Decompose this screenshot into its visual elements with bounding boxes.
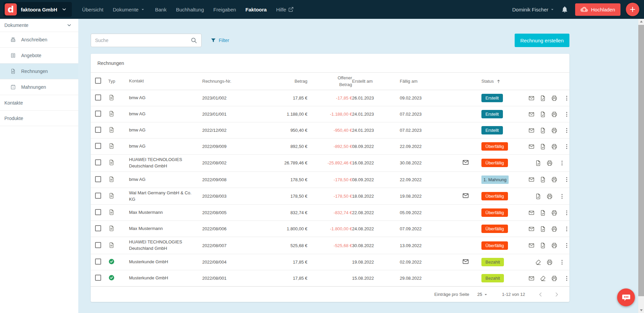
file-check-button[interactable] — [537, 226, 549, 232]
nav-item-hilfe[interactable]: Hilfe — [271, 0, 299, 19]
nav-item-bank[interactable]: Bank — [150, 0, 171, 19]
printer-button[interactable] — [549, 127, 560, 134]
company-selector[interactable]: d faktoora GmbH — [3, 2, 72, 17]
table-row[interactable]: Wal Mart Germany GmbH & Co. KG2022/08/00… — [91, 188, 569, 205]
table-row[interactable]: bmw AG2022/12/002950,40 €-950,40 €24.01.… — [91, 122, 569, 139]
file-check-button[interactable] — [532, 160, 544, 166]
table-row[interactable]: bmw AG2023/01/00217,85 €-17,85 €26.01.20… — [91, 90, 569, 106]
next-page-button[interactable] — [553, 291, 560, 298]
printer-button[interactable] — [544, 193, 555, 200]
column-header-betrag[interactable]: Betrag — [259, 77, 307, 86]
scrollbar-thumb[interactable] — [638, 25, 644, 296]
printer-button[interactable] — [549, 176, 560, 183]
column-header-rechnungs-nr[interactable]: Rechnungs-Nr. — [202, 77, 259, 86]
select-all-checkbox[interactable] — [95, 78, 101, 84]
row-checkbox[interactable] — [95, 275, 101, 281]
upload-button[interactable]: Hochladen — [575, 3, 620, 16]
kebab-menu-button[interactable] — [560, 242, 571, 249]
table-row[interactable]: bmw AG2022/09/008178,50 €-178,50 €08.09.… — [91, 172, 569, 188]
column-header-kontakt[interactable]: Kontakt — [129, 76, 202, 86]
printer-button[interactable] — [544, 160, 555, 166]
table-row[interactable]: Max Mustermann2022/08/0061.800,00 €-1.80… — [91, 221, 569, 237]
scrollbar-down-arrow[interactable] — [638, 308, 644, 313]
file-check-button[interactable] — [537, 111, 549, 118]
search-icon[interactable] — [190, 37, 197, 44]
row-checkbox[interactable] — [95, 176, 101, 182]
sidebar-item-angebote[interactable]: Angebote — [0, 48, 78, 64]
envelope-button[interactable] — [526, 111, 537, 118]
row-checkbox[interactable] — [95, 242, 101, 248]
table-row[interactable]: bmw AG2022/09/009892,50 €-892,50 €08.09.… — [91, 139, 569, 155]
file-check-button[interactable] — [532, 193, 544, 200]
table-row[interactable]: Max Mustermann2022/08/005832,74 €-832,74… — [91, 205, 569, 221]
printer-button[interactable] — [549, 275, 560, 282]
kebab-menu-button[interactable] — [560, 226, 571, 232]
printer-button[interactable] — [549, 209, 560, 216]
column-header-offener-betrag[interactable]: Offener Betrag — [307, 73, 352, 90]
row-checkbox[interactable] — [95, 225, 101, 231]
table-row[interactable]: Musterkunde GmbH2022/08/00117,85 €15.08.… — [91, 270, 569, 286]
kebab-menu-button[interactable] — [555, 259, 566, 266]
row-checkbox[interactable] — [95, 94, 101, 101]
sidebar-item-mahnungen[interactable]: Mahnungen — [0, 79, 78, 95]
column-header-typ[interactable]: Typ — [108, 77, 129, 86]
table-row[interactable]: HUAWEI TECHNOLOGIES Deutschland GmbH2022… — [91, 237, 569, 254]
kebab-menu-button[interactable] — [560, 111, 571, 118]
row-checkbox[interactable] — [95, 143, 101, 149]
envelope-button[interactable] — [526, 226, 537, 232]
printer-button[interactable] — [549, 226, 560, 232]
column-header-erstellt-am[interactable]: Erstellt am — [352, 77, 400, 86]
per-page-select[interactable]: 25 — [477, 292, 488, 297]
sidebar-item-rechnungen[interactable]: Rechnungen — [0, 64, 78, 79]
nav-item-freigaben[interactable]: Freigaben — [209, 0, 241, 19]
sidebar-section-produkte[interactable]: Produkte — [0, 111, 78, 126]
printer-button[interactable] — [549, 111, 560, 118]
printer-button[interactable] — [549, 242, 560, 249]
row-checkbox[interactable] — [95, 111, 101, 117]
table-row[interactable]: bmw AG2023/01/0011.188,00 €-1.188,00 €24… — [91, 106, 569, 122]
kebab-menu-button[interactable] — [560, 275, 571, 282]
kebab-menu-button[interactable] — [555, 160, 566, 166]
eraser-button[interactable] — [532, 259, 544, 266]
nav-item-faktoora[interactable]: Faktoora — [241, 0, 271, 19]
add-button[interactable] — [626, 3, 639, 16]
file-check-button[interactable] — [537, 127, 549, 134]
nav-item-dokumente[interactable]: Dokumente — [108, 0, 151, 19]
envelope-button[interactable] — [526, 176, 537, 183]
kebab-menu-button[interactable] — [560, 95, 571, 102]
file-check-button[interactable] — [537, 242, 549, 249]
row-checkbox[interactable] — [95, 193, 101, 199]
kebab-menu-button[interactable] — [560, 127, 571, 134]
kebab-menu-button[interactable] — [560, 209, 571, 216]
printer-button[interactable] — [549, 95, 560, 102]
kebab-menu-button[interactable] — [560, 176, 571, 183]
kebab-menu-button[interactable] — [555, 193, 566, 200]
scrollbar[interactable] — [638, 19, 644, 313]
sidebar-item-anschreiben[interactable]: Anschreiben — [0, 32, 78, 48]
prev-page-button[interactable] — [537, 291, 544, 298]
sidebar-group-dokumente[interactable]: Dokumente — [0, 19, 78, 32]
notifications-button[interactable] — [561, 6, 568, 13]
envelope-button[interactable] — [526, 242, 537, 249]
row-checkbox[interactable] — [95, 209, 101, 215]
column-header-status[interactable]: Status — [481, 77, 526, 86]
search-input[interactable] — [95, 38, 190, 43]
row-checkbox[interactable] — [95, 159, 101, 165]
table-row[interactable]: HUAWEI TECHNOLOGIES Deutschland GmbH2022… — [91, 155, 569, 172]
envelope-button[interactable] — [526, 143, 537, 150]
envelope-button[interactable] — [526, 275, 537, 282]
nav-item-buchhaltung[interactable]: Buchhaltung — [171, 0, 209, 19]
column-header-faellig-am[interactable]: Fällig am — [400, 77, 449, 86]
envelope-button[interactable] — [526, 127, 537, 134]
file-check-button[interactable] — [537, 209, 549, 216]
file-check-button[interactable] — [537, 176, 549, 183]
file-check-button[interactable] — [537, 95, 549, 102]
printer-button[interactable] — [544, 259, 555, 266]
table-row[interactable]: Musterkunde GmbH2022/08/00417,85 €19.08.… — [91, 254, 569, 270]
file-check-button[interactable] — [537, 143, 549, 150]
envelope-button[interactable] — [526, 95, 537, 102]
printer-button[interactable] — [549, 143, 560, 150]
create-invoice-button[interactable]: Rechnung erstellen — [515, 34, 569, 47]
scrollbar-up-arrow[interactable] — [638, 19, 644, 24]
nav-item-übersicht[interactable]: Übersicht — [77, 0, 108, 19]
